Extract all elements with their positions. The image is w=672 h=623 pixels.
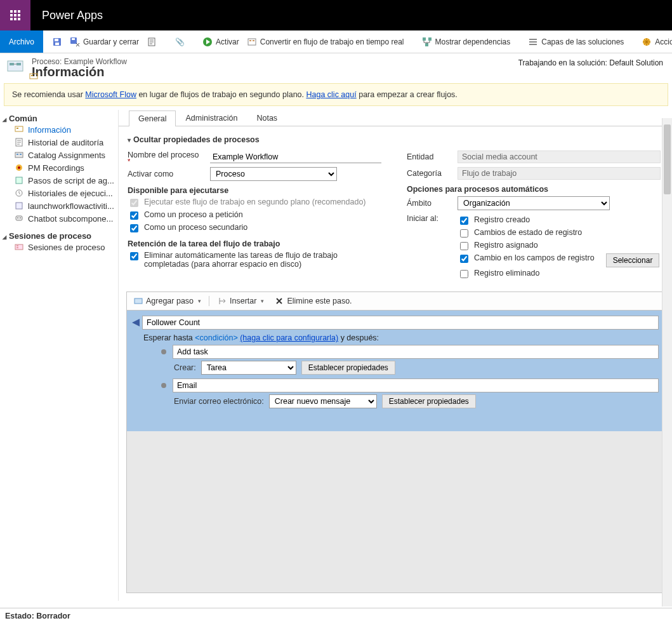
check-start-create[interactable]: Registro creado xyxy=(458,215,661,227)
page-header: Proceso: Example Workflow Información Tr… xyxy=(0,53,672,82)
vertical-scrollbar[interactable] xyxy=(662,118,672,606)
paperclip-icon: 📎 xyxy=(175,37,185,47)
tab-notes[interactable]: Notas xyxy=(247,110,287,126)
nav-item-launchwf[interactable]: launchworkflowactiviti... xyxy=(3,199,115,212)
save-button[interactable] xyxy=(48,34,66,50)
svg-rect-33 xyxy=(16,216,22,220)
launch-icon xyxy=(14,201,24,211)
step-1-row[interactable] xyxy=(161,345,659,359)
svg-rect-4 xyxy=(72,38,75,40)
check-on-demand[interactable]: Como un proceso a petición xyxy=(128,210,381,222)
nav-item-label: Catalog Assignments xyxy=(28,151,105,160)
step-canvas[interactable]: Esperar hasta <condición> (haga clic par… xyxy=(127,311,664,431)
actions-menu[interactable]: Acciones xyxy=(638,34,672,50)
check-start-delete[interactable]: Registro eliminado xyxy=(458,269,661,280)
svg-rect-21 xyxy=(31,75,33,76)
nav-item-information[interactable]: Información xyxy=(3,123,115,136)
save-and-close-button[interactable]: Guardar y cerrar xyxy=(66,34,143,50)
wait-condition-placeholder[interactable]: <condición> xyxy=(195,333,237,342)
solution-layers-button[interactable]: Capas de las soluciones xyxy=(524,34,628,50)
wait-text-post: y después: xyxy=(338,333,379,342)
banner-link-flow[interactable]: Microsoft Flow xyxy=(85,90,136,99)
scrollbar-thumb[interactable] xyxy=(664,124,671,194)
app-launcher-button[interactable] xyxy=(0,0,30,30)
nav-item-pm[interactable]: PM Recordings xyxy=(3,161,115,174)
step-1-entity-select[interactable]: Tarea xyxy=(201,361,296,375)
show-dependencies-button[interactable]: Mostrar dependencias xyxy=(418,34,515,50)
wait-condition-row[interactable]: Esperar hasta <condición> (haga clic par… xyxy=(143,333,659,342)
step-2-properties-button[interactable]: Establecer propiedades xyxy=(382,394,476,408)
checkbox-retention[interactable] xyxy=(130,252,138,260)
nav-item-chatbot[interactable]: Chatbot subcompone... xyxy=(3,212,115,225)
designer-toolbar: Agregar paso Insertar Elimine este paso. xyxy=(127,292,664,311)
check-label: Cambios de estado de registro xyxy=(474,228,582,237)
svg-rect-15 xyxy=(529,44,537,45)
history-icon xyxy=(14,188,24,198)
svg-rect-7 xyxy=(248,39,256,45)
checkbox-create[interactable] xyxy=(460,217,468,225)
subhead-exec: Disponible para ejecutarse xyxy=(128,186,381,195)
checkbox-fieldchange[interactable] xyxy=(460,255,468,263)
delete-step-button[interactable]: Elimine este paso. xyxy=(272,295,354,307)
checkbox-demand[interactable] xyxy=(130,211,138,220)
audit-icon xyxy=(14,137,24,147)
wait-configure-link[interactable]: (haga clic para configurarla) xyxy=(240,333,338,342)
section-header-props[interactable]: Ocultar propiedades de procesos xyxy=(128,135,661,144)
nav-item-exec-history[interactable]: Historiales de ejecuci... xyxy=(3,187,115,199)
convert-icon xyxy=(247,37,257,47)
stage-name-input[interactable] xyxy=(142,316,659,330)
banner-text-3: para empezar a crear flujos. xyxy=(357,90,458,99)
step-1-controls: Crear: Tarea Establecer propiedades xyxy=(174,361,659,375)
select-scope[interactable]: Organización xyxy=(458,196,610,210)
checkbox-delete[interactable] xyxy=(460,270,468,278)
nav-item-process-sessions[interactable]: Sesiones de proceso xyxy=(3,241,115,253)
checkbox-assign[interactable] xyxy=(460,242,468,250)
step-2-send-select[interactable]: Crear nuevo mensaje xyxy=(269,394,377,408)
activate-button[interactable]: Activar xyxy=(199,34,243,50)
checkbox-bg xyxy=(130,199,138,207)
waffle-icon xyxy=(10,10,20,20)
subhead-retention: Retención de la tarea del flujo de traba… xyxy=(128,239,381,248)
workflow-designer: Agregar paso Insertar Elimine este paso. xyxy=(126,291,664,593)
check-start-status[interactable]: Cambios de estado de registro xyxy=(458,228,661,239)
checkbox-status[interactable] xyxy=(460,229,468,238)
banner-link-start[interactable]: Haga clic aquí xyxy=(306,90,356,99)
nav-item-catalog[interactable]: Catalog Assignments xyxy=(3,149,115,161)
step-1-title[interactable] xyxy=(173,345,659,359)
nav-group-common[interactable]: Común xyxy=(3,114,115,123)
step-2-title[interactable] xyxy=(173,378,659,392)
stage-row[interactable] xyxy=(132,316,659,330)
step-1-properties-button[interactable]: Establecer propiedades xyxy=(301,361,395,375)
svg-rect-22 xyxy=(15,126,23,131)
delete-label: Elimine este paso. xyxy=(287,297,352,305)
svg-rect-9 xyxy=(253,40,254,41)
select-activate-as[interactable]: Proceso xyxy=(210,167,337,181)
save-as-button[interactable] xyxy=(143,34,161,50)
check-start-assign[interactable]: Registro asignado xyxy=(458,241,661,252)
tab-general[interactable]: General xyxy=(129,111,176,126)
main-content: General Administración Notas Ocultar pro… xyxy=(118,110,672,601)
convert-button[interactable]: Convertir en flujo de trabajo en tiempo … xyxy=(243,34,408,50)
check-label: Como un proceso a petición xyxy=(144,210,243,219)
attachment-button[interactable]: 📎 xyxy=(171,34,188,50)
add-step-button[interactable]: Agregar paso xyxy=(131,295,204,307)
insert-step-button[interactable]: Insertar xyxy=(214,295,267,307)
check-label: Registro asignado xyxy=(474,241,538,250)
checkbox-child[interactable] xyxy=(130,224,138,232)
save-as-icon xyxy=(147,37,157,47)
select-fields-button[interactable]: Seleccionar xyxy=(606,253,660,267)
nav-item-audit[interactable]: Historial de auditoría xyxy=(3,136,115,149)
nav-group-sessions[interactable]: Sesiones de proceso xyxy=(3,231,115,241)
add-step-label: Agregar paso xyxy=(146,297,194,305)
check-retention[interactable]: Eliminar automáticamente las tareas de f… xyxy=(128,251,381,269)
sessions-icon xyxy=(14,242,24,252)
check-child-process[interactable]: Como un proceso secundario xyxy=(128,223,381,234)
check-label: Cambio en los campos de registro xyxy=(474,253,595,262)
convert-label: Convertir en flujo de trabajo en tiempo … xyxy=(260,37,404,46)
nav-item-label: PM Recordings xyxy=(28,163,84,173)
file-menu[interactable]: Archivo xyxy=(0,30,43,53)
tab-administration[interactable]: Administración xyxy=(176,110,247,126)
nav-item-script-steps[interactable]: Pasos de script de ag... xyxy=(3,174,115,187)
step-2-row[interactable] xyxy=(161,378,659,392)
input-process-name[interactable] xyxy=(210,151,381,163)
